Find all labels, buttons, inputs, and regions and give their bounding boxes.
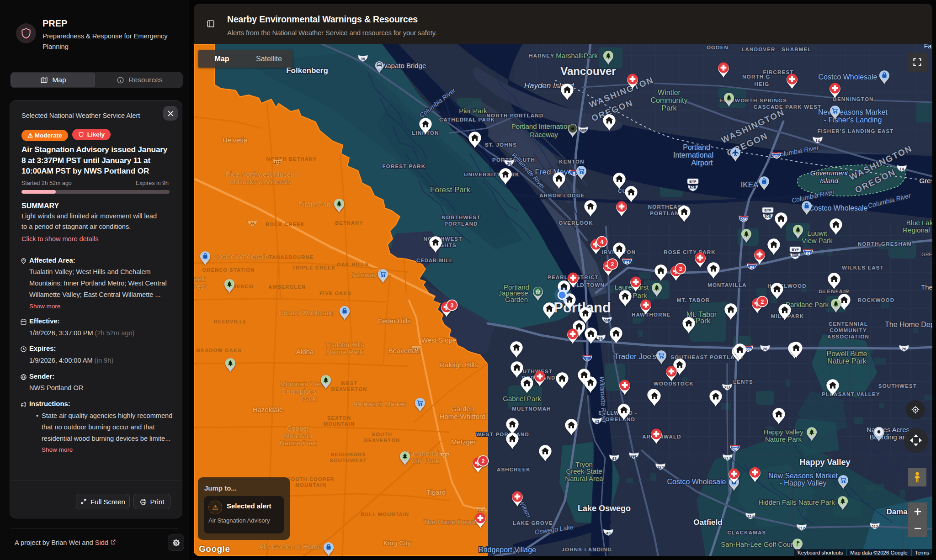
svg-text:Airport: Airport [691,159,713,167]
svg-text:205: 205 [773,154,780,158]
svg-text:5: 5 [573,172,575,176]
svg-text:3: 3 [679,266,682,272]
svg-text:Sah-Hah-Lee Golf Course: Sah-Hah-Lee Golf Course [721,540,800,548]
svg-text:BULL MOUNTAIN: BULL MOUNTAIN [361,512,409,517]
svg-text:FOREST PARK: FOREST PARK [383,164,426,169]
svg-text:New Seasons Market: New Seasons Market [768,472,838,480]
svg-text:HEIG: HEIG [755,81,770,87]
svg-text:NORTH GRESHAM: NORTH GRESHAM [858,241,912,247]
svg-text:Tualatin Hills: Tualatin Hills [325,341,364,349]
svg-text:30: 30 [361,57,365,61]
svg-text:FISHER'S LANDING EAST: FISHER'S LANDING EAST [817,128,893,134]
svg-text:Happy Valley: Happy Valley [763,428,803,436]
svg-text:26: 26 [763,347,767,351]
svg-text:Garden: Garden [505,296,528,303]
svg-text:WOODSTOCK: WOODSTOCK [654,381,694,386]
svg-text:Park: Park [633,291,647,299]
svg-text:Forest Park: Forest Park [430,185,470,194]
svg-text:ARDENWALD: ARDENWALD [642,434,681,439]
svg-text:2: 2 [482,458,485,465]
svg-text:Wapato Bridge: Wapato Bridge [381,62,426,69]
svg-text:King City: King City [383,539,411,547]
svg-text:Mountain View: Mountain View [280,380,325,388]
svg-text:CATHEDRAL PARK: CATHEDRAL PARK [439,117,495,122]
svg-text:43: 43 [612,456,617,461]
svg-text:BYP: BYP [792,248,799,252]
svg-text:Gre: Gre [919,177,931,185]
svg-text:SEXTON: SEXTON [327,415,351,421]
svg-text:14: 14 [815,138,820,143]
svg-text:BYP: BYP [689,180,697,184]
svg-text:LANDOVER - SHARMEL: LANDOVER - SHARMEL [741,47,811,52]
svg-text:MEADOW OAKS: MEADOW OAKS [196,348,241,353]
svg-text:Gabriel Park: Gabriel Park [503,395,541,402]
svg-text:The Home Depot: The Home Depot [885,321,932,328]
svg-text:Bridgeport Village: Bridgeport Village [479,546,536,554]
svg-text:ROCK CREEK: ROCK CREEK [266,222,305,227]
svg-text:IKEA: IKEA [741,180,759,189]
svg-text:New Seasons Market: New Seasons Market [818,108,888,116]
svg-text:Trader Joe's: Trader Joe's [614,352,656,361]
svg-text:Regional P: Regional P [903,226,932,234]
svg-text:43: 43 [595,419,599,424]
svg-text:BEAVERTON: BEAVERTON [331,386,367,392]
svg-text:SOUTH COOPER: SOUTH COOPER [287,476,335,482]
svg-text:Powell Butte: Powell Butte [827,350,867,358]
svg-text:Costco Wholesale: Costco Wholesale [809,204,868,212]
svg-text:127: 127 [274,160,281,165]
svg-text:224: 224 [747,514,754,519]
svg-text:Cedar Hills: Cedar Hills [377,317,410,325]
svg-text:26: 26 [250,222,255,226]
svg-text:30: 30 [507,161,511,166]
svg-text:West: West [194,282,207,290]
svg-text:BETHANY: BETHANY [335,220,363,226]
svg-text:- Fisher's Landing: - Fisher's Landing [824,116,882,124]
svg-text:Costco Wholesale: Costco Wholesale [667,478,726,486]
svg-text:of Rocks & Minerals: of Rocks & Minerals [230,178,291,185]
svg-text:213: 213 [724,456,731,460]
svg-text:The Home Depot: The Home Depot [424,518,476,526]
svg-text:- Happy Valley: - Happy Valley [780,479,827,487]
svg-text:Vancouver: Vancouver [560,65,616,77]
svg-text:99 Ranch Market: 99 Ranch Market [354,400,406,408]
svg-text:GRE: GRE [921,252,932,257]
svg-text:30B: 30B [764,214,771,219]
svg-text:Hidden Falls Nature Park: Hidden Falls Nature Park [758,498,835,506]
svg-text:Metzger: Metzger [451,438,476,446]
svg-text:205: 205 [732,447,738,451]
svg-text:ST. JOHNS: ST. JOHNS [485,142,517,148]
svg-text:OVERLOOK: OVERLOOK [558,220,593,226]
svg-text:Raleigh Hills: Raleigh Hills [440,361,478,369]
svg-text:Natures Acres: Natures Acres [867,426,909,433]
svg-text:5: 5 [586,357,589,361]
svg-text:NEIGHBORS: NEIGHBORS [330,452,366,457]
svg-text:Hazeldale: Hazeldale [253,406,283,413]
svg-text:BYP: BYP [764,208,771,212]
svg-text:SOUTHWEST: SOUTHWEST [878,383,917,389]
svg-text:Marshall Park: Marshall Park [556,52,598,59]
svg-text:reek: reek [194,275,205,283]
svg-text:View Park: View Park [802,237,833,244]
svg-text:KENTON: KENTON [559,159,585,164]
svg-text:MT. TABOR: MT. TABOR [677,297,710,303]
svg-text:212: 212 [872,524,878,529]
svg-text:213: 213 [724,386,731,390]
svg-text:Helvetia: Helvetia [223,136,248,144]
svg-text:Nature Park: Nature Park [326,348,363,356]
svg-text:FIVE OAKS: FIVE OAKS [319,291,351,296]
svg-text:Nature Park: Nature Park [280,439,317,447]
svg-text:PORTLAND: PORTLAND [444,221,478,227]
svg-text:Summerlake: Summerlake [406,449,444,457]
svg-text:ROSE CITY PARK: ROSE CITY PARK [664,249,716,255]
svg-text:Champions: Champions [282,387,316,395]
svg-text:Nature Park: Nature Park [827,357,867,365]
svg-text:BEAVERTON: BEAVERTON [364,438,400,443]
svg-text:LENTS: LENTS [733,379,753,385]
svg-text:Island: Island [820,177,839,185]
svg-text:ROCKWOOD: ROCKWOOD [858,297,895,303]
svg-text:99E: 99E [603,318,611,323]
svg-text:3: 3 [451,302,454,309]
svg-text:REEDVILLE: REEDVILLE [214,319,247,324]
svg-text:CENTENNIAL: CENTENNIAL [829,321,868,327]
svg-text:International: International [673,151,713,159]
